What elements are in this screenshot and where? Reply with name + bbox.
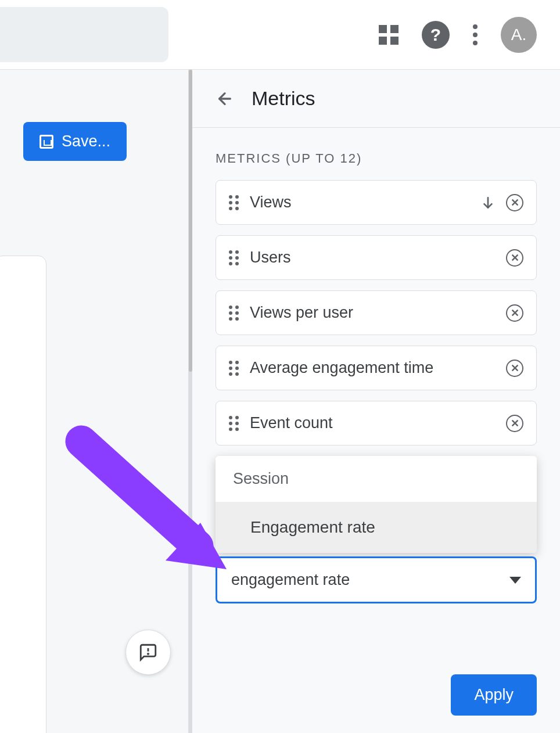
metric-chip[interactable]: Views per user✕ <box>216 290 537 335</box>
metric-chip[interactable]: Average engagement time✕ <box>216 346 537 390</box>
remove-metric-icon[interactable]: ✕ <box>506 194 523 211</box>
drag-handle-icon[interactable] <box>229 416 239 431</box>
top-bar: ? A. <box>0 0 560 70</box>
metrics-body: METRICS (UP TO 12) Views✕Users✕Views per… <box>192 128 560 603</box>
content-area: Save... Metrics METRICS (UP TO 12) Views… <box>0 70 560 733</box>
save-icon <box>40 135 53 149</box>
metrics-panel: Metrics METRICS (UP TO 12) Views✕Users✕V… <box>189 70 560 733</box>
metric-search-value: engagement rate <box>231 571 350 589</box>
sort-descending-icon[interactable] <box>480 195 496 210</box>
remove-metric-icon[interactable]: ✕ <box>506 304 523 322</box>
metric-dropdown-popup: Session Engagement rate <box>216 456 537 553</box>
avatar[interactable]: A. <box>501 17 537 53</box>
more-icon[interactable] <box>473 24 478 45</box>
drag-handle-icon[interactable] <box>229 361 239 376</box>
search-placeholder-box <box>0 7 168 62</box>
metric-chip[interactable]: Views✕ <box>216 180 537 225</box>
dropdown-option-engagement-rate[interactable]: Engagement rate <box>216 502 537 553</box>
report-card-edge <box>0 256 46 733</box>
feedback-button[interactable] <box>125 630 171 675</box>
remove-metric-icon[interactable]: ✕ <box>506 360 523 377</box>
topbar-actions: ? A. <box>379 17 537 53</box>
save-button-label: Save... <box>62 132 110 150</box>
metrics-section-label: METRICS (UP TO 12) <box>216 151 537 166</box>
dropdown-group-label: Session <box>216 456 537 502</box>
remove-metric-icon[interactable]: ✕ <box>506 249 523 267</box>
feedback-icon <box>138 642 158 662</box>
remove-metric-icon[interactable]: ✕ <box>506 415 523 432</box>
drag-handle-icon[interactable] <box>229 306 239 321</box>
save-button[interactable]: Save... <box>23 122 127 161</box>
scrollbar[interactable] <box>189 70 192 372</box>
svg-point-1 <box>148 653 148 654</box>
back-arrow-icon[interactable] <box>216 89 234 108</box>
metric-search-input[interactable]: engagement rate <box>216 556 537 603</box>
metric-label: Views <box>250 193 465 211</box>
metrics-list: Views✕Users✕Views per user✕Average engag… <box>216 180 537 445</box>
metric-label: Users <box>250 249 496 267</box>
drag-handle-icon[interactable] <box>229 250 239 265</box>
panel-title: Metrics <box>252 87 315 110</box>
apps-icon[interactable] <box>379 25 399 45</box>
metric-label: Average engagement time <box>250 359 496 377</box>
panel-header: Metrics <box>192 70 560 128</box>
drag-handle-icon[interactable] <box>229 195 239 210</box>
metric-chip[interactable]: Users✕ <box>216 235 537 280</box>
left-pane: Save... <box>0 70 189 733</box>
metric-label: Views per user <box>250 304 496 322</box>
apply-button[interactable]: Apply <box>451 674 537 716</box>
chevron-down-icon <box>509 577 521 584</box>
help-icon[interactable]: ? <box>422 21 450 49</box>
metric-label: Event count <box>250 414 496 432</box>
metric-chip[interactable]: Event count✕ <box>216 401 537 445</box>
